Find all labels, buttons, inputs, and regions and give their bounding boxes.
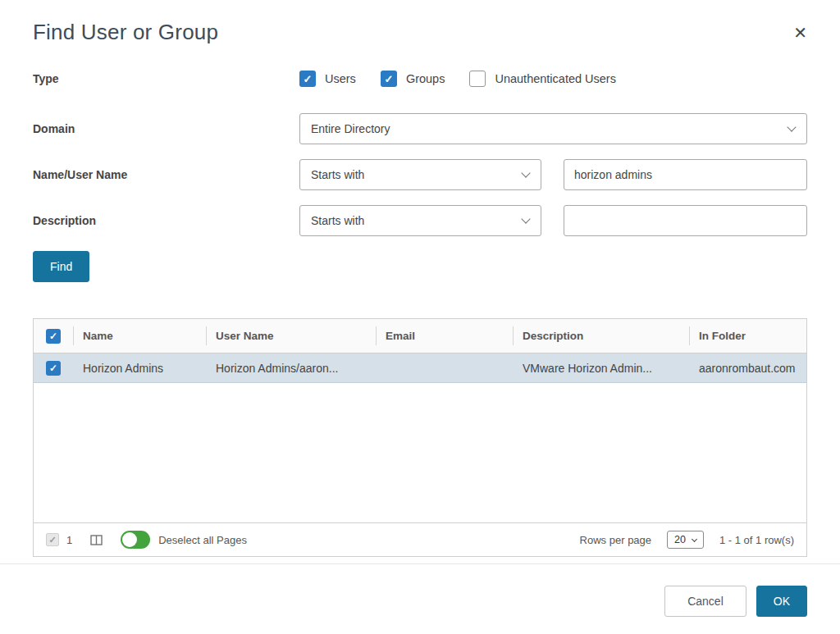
description-controls: Starts with [299, 205, 807, 236]
name-match-select[interactable]: Starts with [299, 159, 541, 190]
description-label: Description [33, 214, 299, 227]
groups-checkbox[interactable]: ✓ Groups [381, 71, 445, 87]
table-body-empty-space [34, 383, 806, 522]
description-input[interactable] [564, 205, 807, 236]
rows-per-page-label: Rows per page [580, 534, 651, 546]
type-row: Type ✓ Users ✓ Groups Unauthenticated Us… [33, 71, 807, 87]
column-header-description[interactable]: Description [513, 319, 689, 353]
check-icon: ✓ [384, 74, 393, 84]
check-icon: ✓ [49, 331, 57, 341]
column-header-email[interactable]: Email [376, 319, 513, 353]
column-header-user-name[interactable]: User Name [206, 319, 376, 353]
domain-row: Domain Entire Directory [33, 113, 807, 144]
description-match-select-value: Starts with [311, 214, 364, 227]
users-checkbox[interactable]: ✓ Users [299, 71, 356, 87]
chevron-down-icon [692, 536, 697, 541]
name-row: Name/User Name Starts with [33, 159, 807, 190]
rows-per-page-value: 20 [674, 534, 686, 545]
row-range-text: 1 - 1 of 1 row(s) [719, 534, 794, 546]
row-user-name: Horizon Admins/aaron... [206, 353, 376, 382]
cancel-button[interactable]: Cancel [664, 586, 746, 617]
name-controls: Starts with [299, 159, 807, 190]
deselect-toggle-group: Deselect all Pages [121, 531, 247, 549]
column-header-in-folder[interactable]: In Folder [689, 319, 806, 353]
name-match-select-value: Starts with [311, 168, 364, 181]
search-form: Type ✓ Users ✓ Groups Unauthenticated Us… [0, 46, 840, 282]
groups-checkbox-label: Groups [406, 72, 445, 85]
table-header: ✓ Name User Name Email Description In Fo… [34, 319, 806, 353]
row-in-folder: aaronrombaut.com [689, 353, 806, 382]
deselect-all-pages-toggle[interactable] [121, 531, 150, 549]
ok-button[interactable]: OK [756, 586, 807, 617]
close-button[interactable]: ✕ [792, 20, 809, 46]
domain-select-value: Entire Directory [311, 122, 390, 135]
description-match-select[interactable]: Starts with [299, 205, 541, 236]
find-button[interactable]: Find [33, 251, 89, 282]
row-checkbox-cell: ✓ [34, 353, 73, 382]
users-checkbox-box: ✓ [299, 71, 316, 87]
table-footer-right: Rows per page 20 1 - 1 of 1 row(s) [580, 531, 794, 549]
chevron-down-icon [521, 214, 530, 223]
name-input[interactable] [564, 159, 807, 190]
find-row: Find [33, 251, 807, 282]
row-email [376, 353, 513, 382]
row-checkbox[interactable]: ✓ [46, 361, 61, 376]
domain-controls: Entire Directory [299, 113, 807, 144]
unauthenticated-users-checkbox-box [469, 71, 486, 87]
page-indicator: ✓ 1 [46, 533, 72, 546]
groups-checkbox-box: ✓ [381, 71, 397, 87]
results-section: ✓ Name User Name Email Description In Fo… [0, 282, 840, 557]
row-description: VMware Horizon Admin... [513, 353, 689, 382]
unauthenticated-users-checkbox-label: Unauthenticated Users [495, 72, 616, 85]
table-footer-left: ✓ 1 Deselect all Pages [46, 531, 247, 549]
deselect-all-pages-label: Deselect all Pages [158, 534, 247, 546]
close-icon: ✕ [793, 24, 807, 42]
page-number: 1 [66, 534, 72, 546]
results-table: ✓ Name User Name Email Description In Fo… [33, 318, 807, 557]
dialog-title: Find User or Group [33, 20, 218, 45]
select-all-cell: ✓ [34, 319, 73, 353]
domain-select[interactable]: Entire Directory [299, 113, 807, 144]
domain-label: Domain [33, 122, 299, 135]
users-checkbox-label: Users [325, 72, 356, 85]
rows-per-page-select[interactable]: 20 [667, 531, 704, 549]
page-checkbox: ✓ [46, 533, 59, 546]
chevron-down-icon [521, 168, 530, 177]
select-all-checkbox[interactable]: ✓ [46, 329, 61, 344]
table-row[interactable]: ✓ Horizon Admins Horizon Admins/aaron...… [34, 353, 806, 383]
dialog-footer: Cancel OK [0, 563, 840, 617]
column-header-name[interactable]: Name [73, 319, 206, 353]
check-icon: ✓ [304, 74, 313, 84]
type-checkbox-group: ✓ Users ✓ Groups Unauthenticated Users [299, 71, 807, 87]
dialog-header: Find User or Group ✕ [0, 0, 840, 46]
row-name: Horizon Admins [73, 353, 206, 382]
column-picker-icon[interactable] [90, 534, 103, 546]
name-label: Name/User Name [33, 168, 299, 181]
find-user-or-group-dialog: Find User or Group ✕ Type ✓ Users ✓ Grou… [0, 0, 840, 617]
check-icon: ✓ [48, 536, 56, 545]
type-label: Type [33, 72, 299, 85]
chevron-down-icon [787, 122, 796, 131]
table-footer: ✓ 1 Deselect all Pages Rows per page 20 [34, 522, 806, 556]
check-icon: ✓ [49, 363, 57, 373]
description-row: Description Starts with [33, 205, 807, 236]
unauthenticated-users-checkbox[interactable]: Unauthenticated Users [469, 71, 616, 87]
